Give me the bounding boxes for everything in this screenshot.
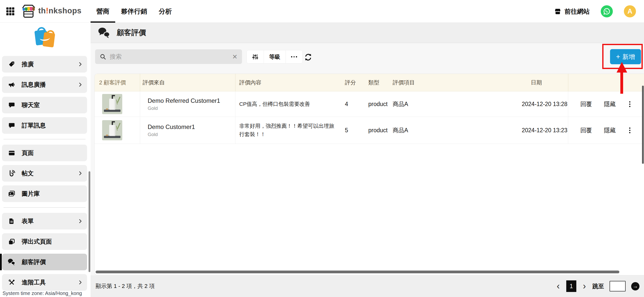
rank-filter-button[interactable]: 等級	[264, 50, 286, 63]
clear-search-icon[interactable]: ✕	[232, 53, 237, 60]
customer-name: Demo Referred Customer1	[148, 97, 220, 104]
review-type: product	[368, 101, 388, 108]
sidebar: 推廣 訊息廣播 聊天室 訂單訊息 頁面	[0, 23, 91, 297]
timezone-note: System time zone: Asia/Hong_kong	[3, 290, 82, 296]
reply-button[interactable]: 回覆	[580, 126, 592, 134]
tools-icon	[8, 279, 16, 286]
avatar[interactable]: A	[624, 5, 636, 17]
review-row: Demo Customer1 Gold 非常好用，強烈推薦！！希望可以出埋旅行套…	[95, 117, 644, 144]
review-content: CP值高，但樽口包裝需要改善	[239, 100, 313, 108]
chat-bubble-icon	[8, 122, 16, 129]
go-to-site-link[interactable]: 前往網站	[554, 7, 590, 16]
image-gallery-icon	[8, 190, 16, 197]
customer-tier: Gold	[148, 106, 220, 111]
sidebar-item-gallery[interactable]: 圖片庫	[2, 185, 87, 202]
column-header-actions	[568, 74, 644, 91]
page-title: 顧客評價	[117, 28, 146, 38]
topbar-actions: 前往網站 A	[554, 0, 636, 23]
chat-bubble-icon	[8, 102, 16, 109]
sidebar-item-popup-pages[interactable]: 彈出式頁面	[2, 233, 87, 250]
customer-reviews-header-icon	[98, 27, 110, 38]
prev-page-icon[interactable]: ‹	[556, 282, 561, 291]
brand-name: th!nkshops	[38, 6, 82, 15]
sidebar-divider	[4, 139, 86, 139]
go-to-page-button[interactable]: →	[631, 282, 639, 290]
sidebar-item-forms[interactable]: 表單	[2, 213, 87, 229]
chevron-right-icon	[77, 61, 83, 67]
tab-affiliate-marketing[interactable]: 夥伴行銷	[115, 0, 153, 23]
pagination-summary: 顯示第 1 - 2 項，共 2 項	[96, 282, 155, 290]
sidebar-divider	[4, 207, 86, 208]
popup-pages-icon	[8, 238, 16, 245]
review-row: Demo Referred Customer1 Gold CP值高，但樽口包裝需…	[95, 91, 644, 117]
review-item: 商品A	[393, 126, 408, 134]
customer-tier: Gold	[148, 132, 195, 137]
more-options-icon	[291, 56, 297, 57]
sidebar-item-broadcast[interactable]: 訊息廣播	[2, 76, 87, 93]
tag-icon	[8, 61, 16, 68]
review-date: 2024-12-20 13:28	[522, 101, 568, 108]
storefront-logo-icon	[21, 4, 36, 18]
brand-logo[interactable]: th!nkshops	[21, 4, 82, 18]
pagination-controls: ‹ 1 › 跳至 →	[556, 280, 639, 292]
plus-icon: +	[616, 53, 620, 60]
column-header-item: 評價項目	[389, 74, 505, 91]
chevron-right-icon	[77, 82, 83, 87]
add-review-label: 新增	[622, 53, 635, 61]
sidebar-item-customer-reviews[interactable]: 顧客評價	[2, 254, 87, 270]
add-review-button[interactable]: + 新增	[610, 49, 641, 64]
browser-window-icon	[8, 150, 16, 156]
shop-logo	[33, 27, 58, 52]
search-icon	[100, 53, 106, 60]
review-date: 2024-12-20 13:23	[522, 127, 568, 134]
hide-button[interactable]: 隱藏	[604, 126, 616, 134]
search-box: ✕	[95, 49, 242, 64]
form-document-icon	[8, 218, 16, 224]
apps-grid-icon[interactable]	[6, 7, 15, 16]
review-content: 非常好用，強烈推薦！！希望可以出埋旅行套裝！！	[239, 122, 341, 138]
table-header-row: 2 顧客評價 評價來自 評價內容 評分 類型 評價項目 日期	[95, 74, 644, 91]
row-menu-icon[interactable]	[628, 126, 632, 135]
sidebar-item-order-messages[interactable]: 訂單訊息	[2, 117, 87, 134]
hide-button[interactable]: 隱藏	[604, 100, 616, 108]
column-header-from: 評價來自	[140, 74, 235, 91]
chevron-right-icon	[77, 218, 83, 224]
jump-to-label: 跳至	[592, 282, 604, 290]
tab-analytics[interactable]: 分析	[153, 0, 178, 23]
tab-business[interactable]: 營商	[91, 0, 115, 23]
search-input[interactable]	[110, 53, 229, 60]
whatsapp-icon[interactable]	[601, 5, 613, 17]
jump-to-page-input[interactable]	[610, 281, 626, 291]
sidebar-item-pages[interactable]: 頁面	[2, 145, 87, 161]
topbar: th!nkshops 營商 夥伴行銷 分析 前往網站 A	[0, 0, 644, 23]
filter-sliders-button[interactable]	[247, 50, 264, 63]
column-header-rating: 評分	[341, 74, 365, 91]
blog-icon	[8, 170, 16, 177]
main-content: 顧客評價 ✕ 等級	[91, 23, 644, 297]
current-page-button[interactable]: 1	[566, 280, 576, 292]
column-header-content: 評價內容	[235, 74, 341, 91]
horizontal-scrollbar[interactable]	[96, 271, 619, 273]
customer-reviews-icon	[8, 258, 16, 266]
right-arrow-icon: →	[633, 283, 638, 289]
more-filters-button[interactable]	[286, 50, 302, 63]
refresh-icon[interactable]	[304, 53, 312, 61]
page-scrollbar[interactable]	[642, 86, 644, 164]
row-menu-icon[interactable]	[628, 100, 632, 109]
pagination-bar: 顯示第 1 - 2 項，共 2 項 ‹ 1 › 跳至 →	[91, 275, 644, 297]
reply-button[interactable]: 回覆	[580, 100, 592, 108]
sidebar-menu: 推廣 訊息廣播 聊天室 訂單訊息 頁面	[0, 56, 91, 291]
review-rating: 4	[345, 101, 348, 108]
reviews-table-card: 2 顧客評價 評價來自 評價內容 評分 類型 評價項目 日期 Demo Refe…	[94, 74, 644, 275]
next-page-icon[interactable]: ›	[582, 282, 587, 291]
chevron-right-icon	[77, 280, 83, 285]
page-header: 顧客評價	[91, 23, 644, 43]
sidebar-scrollbar[interactable]	[89, 171, 90, 272]
sidebar-item-advanced-tools[interactable]: 進階工具	[2, 274, 87, 291]
primary-nav: 營商 夥伴行銷 分析	[91, 0, 178, 23]
sidebar-item-posts[interactable]: 帖文	[2, 165, 87, 182]
sidebar-item-promotions[interactable]: 推廣	[2, 56, 87, 73]
filter-button-group: 等級	[247, 50, 303, 63]
sidebar-item-chatroom[interactable]: 聊天室	[2, 97, 87, 113]
sliders-icon	[252, 54, 258, 60]
